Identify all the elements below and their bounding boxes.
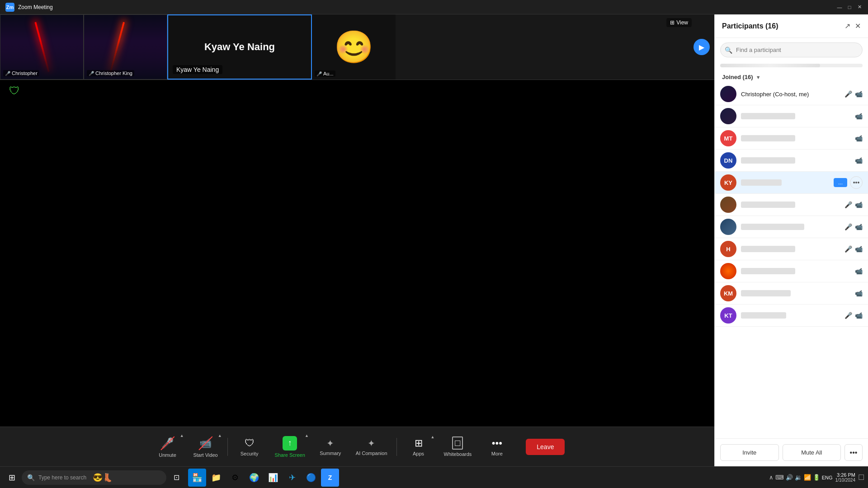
taskbar-app-zoom[interactable]: Z [321,469,339,487]
unmute-button[interactable]: ▲ 🎤 Unmute [150,433,186,460]
participant-row[interactable]: 🎤 📹 [715,216,868,238]
footer-more-button[interactable]: ••• [844,444,863,461]
participant-row[interactable]: MT 📹 [715,127,868,150]
taskbar-app-explorer[interactable]: 📁 [207,469,225,487]
mute-icon[interactable]: 🎤 [844,90,852,98]
share-screen-button[interactable]: ▲ ↑ Share Screen [269,433,311,460]
active-speaker-strip[interactable]: Kyaw Ye Naing Kyaw Ye Naing [167,14,312,80]
participant-row-name-blur [741,290,791,296]
unmute-chevron-icon[interactable]: ▲ [180,433,184,438]
participant-thumb-christopher[interactable]: 🎤 Christopher [0,14,84,80]
participant-info [741,246,840,252]
emoji-participant[interactable]: 😊 🎤 Au... [312,14,396,80]
taskbar-network-icon[interactable]: 🔊 [786,474,793,481]
taskbar-task-view[interactable]: ⊡ [168,469,184,486]
participant-actions: 📹 [855,135,863,142]
apps-button[interactable]: ▲ ⊞ Apps [401,435,437,459]
taskbar-up-arrow[interactable]: ∧ [769,474,774,481]
taskbar-search-icon: 🔍 [27,474,35,481]
participant-row[interactable]: KM 📹 [715,282,868,305]
taskbar-app-settings[interactable]: ⚙ [226,469,244,487]
next-arrow-button[interactable]: ▶ [693,39,710,55]
maximize-button[interactable]: □ [846,4,853,10]
loading-bar-fill [720,64,820,67]
taskbar-right: ∧ ⌨ 🔊 🔉 📶 🔋 ENG 3:26 PM 1/10/2024 ☐ [769,472,864,483]
ai-companion-button[interactable]: ✦ AI Companion [350,435,393,459]
video-chevron-icon[interactable]: ▲ [218,433,222,438]
whiteboards-button[interactable]: □ Whiteboards [439,434,477,460]
participant-row[interactable]: Christopher (Co-host, me) 🎤 📹 [715,83,868,105]
taskbar: ⊞ 🔍 Type here to search 😎👢 ⊡ 🏪 📁 ⚙ 🌍 📊 ✈… [0,466,868,488]
mute-icon[interactable]: 🎤 [844,201,852,208]
taskbar-app-chrome[interactable]: 🌍 [245,469,263,487]
minimize-button[interactable]: — [836,4,843,10]
search-bar[interactable]: 🔍 [720,42,863,57]
video-off-icon[interactable]: 📹 [855,245,863,253]
window-controls[interactable]: — □ ✕ [836,4,863,10]
action-blue-button[interactable]: ... [834,178,847,187]
video-off-icon[interactable]: 📹 [855,290,863,297]
panel-popout-icon[interactable]: ↗ [844,22,850,30]
share-chevron-icon[interactable]: ▲ [305,433,309,438]
search-input[interactable] [720,42,863,57]
video-off-icon[interactable]: 📹 [855,223,863,230]
taskbar-keyboard-icon[interactable]: ⌨ [775,474,784,481]
video-off-icon[interactable]: 📹 [855,267,863,275]
video-off-icon[interactable]: 📹 [855,113,863,120]
taskbar-notification-icon[interactable]: ☐ [858,473,864,482]
view-button[interactable]: ⊞ View [666,18,692,27]
start-video-button[interactable]: ▲ 📹 Start Video [188,433,224,460]
avatar [720,197,736,213]
participant-info [741,179,829,186]
participant-thumb-christopher-king[interactable]: 🎤 Christopher King [84,14,167,80]
participant-info [741,113,850,119]
taskbar-wifi-icon[interactable]: 📶 [804,474,811,481]
participant-row[interactable]: 🎤 📹 [715,194,868,216]
participant-row-active[interactable]: KY ... ••• [715,172,868,194]
participant-row[interactable]: H 🎤 📹 [715,238,868,260]
mute-all-button[interactable]: Mute All [783,444,841,461]
taskbar-app-ie[interactable]: 🔵 [302,469,320,487]
participant-info [741,135,850,141]
avatar: DN [720,152,736,169]
joined-header[interactable]: Joined (16) ▼ [715,71,868,83]
leave-button[interactable]: Leave [526,439,565,455]
video-off-icon[interactable]: 📹 [855,135,863,142]
taskbar-app-telegram[interactable]: ✈ [283,469,301,487]
taskbar-search-emoji: 😎👢 [93,473,113,483]
participant-strip: 🎤 Christopher 🎤 Christopher King Kyaw Ye… [0,14,714,80]
participant-row[interactable]: 📹 [715,260,868,282]
video-off-icon[interactable]: 📹 [855,90,863,98]
taskbar-lang-label: ENG [822,475,833,480]
video-off-icon[interactable]: 📹 [855,157,863,164]
more-dots-button[interactable]: ••• [850,176,863,189]
mute-icon[interactable]: 🎤 [844,223,852,230]
taskbar-search[interactable]: 🔍 Type here to search 😎👢 [22,470,166,485]
panel-close-icon[interactable]: ✕ [855,22,861,30]
panel-header-icons: ↗ ✕ [844,22,861,30]
apps-chevron-icon[interactable]: ▲ [431,435,435,439]
taskbar-sound-icon[interactable]: 🔉 [795,474,802,481]
security-button[interactable]: 🛡 Security [231,435,268,459]
mic-icon-wrap: 🎤 [160,436,175,450]
taskbar-battery-icon[interactable]: 🔋 [813,474,820,481]
more-button[interactable]: ••• More [479,435,515,459]
avatar: KM [720,285,736,301]
taskbar-app-powerpoint[interactable]: 📊 [264,469,282,487]
participant-row[interactable]: 📹 [715,105,868,127]
windows-start-button[interactable]: ⊞ [4,469,20,486]
summary-button[interactable]: ✦ Summary [312,435,349,459]
participant-row-name-blur [741,179,782,186]
taskbar-app-store[interactable]: 🏪 [188,469,206,487]
participant-row-name-blur [741,224,804,230]
mute-icon[interactable]: 🎤 [844,312,852,319]
participant-name-au: 🎤 Au... [315,70,335,77]
video-off-icon[interactable]: 📹 [855,312,863,319]
participant-row[interactable]: KT 🎤 📹 [715,305,868,327]
mute-icon[interactable]: 🎤 [844,245,852,253]
participant-row[interactable]: DN 📹 [715,150,868,172]
video-off-icon[interactable]: 📹 [855,201,863,208]
invite-button[interactable]: Invite [720,444,779,461]
close-button[interactable]: ✕ [856,4,863,10]
share-screen-icon: ↑ [283,436,297,450]
